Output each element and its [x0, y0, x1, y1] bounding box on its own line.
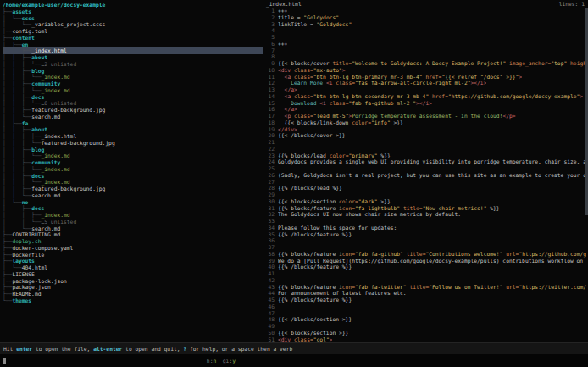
- tree-branch-lines: │ │ │ └──: [3, 166, 42, 172]
- code-line: 27: [263, 179, 588, 186]
- tree-item-label: _index.md: [42, 74, 70, 80]
- code-text: +++: [278, 8, 287, 14]
- tree-item[interactable]: ├──CONTRIBUTING.md: [3, 231, 263, 238]
- tree-item-label: fa: [22, 120, 29, 126]
- tree-item[interactable]: │ │ ├──community: [3, 81, 263, 87]
- tree-item[interactable]: │ └──no: [3, 199, 263, 206]
- input-line[interactable]: h:n gi:y: [0, 354, 588, 367]
- tree-item[interactable]: │ │ ├──docs: [3, 94, 263, 101]
- tree-item[interactable]: │ │ │ └──_index.md: [3, 74, 263, 81]
- tree-branch-lines: ├──: [3, 8, 12, 14]
- tree-item[interactable]: │ │ ├──featured-background.jpg: [3, 186, 263, 192]
- tree-item[interactable]: └──themes: [3, 297, 263, 304]
- tree-item[interactable]: │ ├──docs: [3, 205, 263, 212]
- tree-item[interactable]: │ │ │ └──featured-background.jpg: [3, 140, 263, 147]
- tree-item[interactable]: │ │ ├──about: [3, 126, 263, 133]
- tree-item[interactable]: ├──package-lock.json: [3, 278, 263, 285]
- line-number: 6: [263, 41, 275, 47]
- line-number: 22: [263, 146, 275, 153]
- line-number: 42: [263, 277, 275, 284]
- tree-item[interactable]: │ │ │ └──_index.md: [3, 166, 263, 173]
- code-text: </div>: [278, 126, 297, 133]
- tree-item[interactable]: ├──deploy.sh: [3, 238, 263, 245]
- code-text: +++: [278, 41, 287, 47]
- tree-item[interactable]: │ │ │ └──_index.md: [3, 179, 263, 186]
- tree-item[interactable]: │ │ │ └──…8 unlisted: [3, 100, 263, 107]
- code-line: 40{{% /blocks/feature %}}: [263, 264, 588, 270]
- tree-item[interactable]: │ │ ├──about: [3, 54, 263, 61]
- line-number: 7: [263, 47, 275, 54]
- tree-item[interactable]: │ │ └──…5 unlisted: [3, 219, 263, 225]
- tree-item-label: search.md: [31, 114, 60, 120]
- tree-item[interactable]: ├──LICENSE: [3, 271, 263, 278]
- tree-item-selected[interactable]: │ │ ├──_index.html: [3, 47, 263, 54]
- tree-branch-lines: │ └──: [3, 15, 22, 21]
- tree-item[interactable]: │ │ ├──_index.md: [3, 212, 263, 219]
- tree-item[interactable]: │ │ ├──blog: [3, 68, 263, 75]
- tree-item[interactable]: ├──content: [3, 35, 263, 42]
- tree-item-label: Dockerfile: [12, 252, 44, 258]
- tree-item[interactable]: │ │ │ └──…2 unlisted: [3, 61, 263, 68]
- line-number: 50: [263, 330, 275, 336]
- tree-item-label: 404.html: [22, 264, 47, 270]
- tree-branch-lines: │ │ ├──: [3, 212, 42, 218]
- tree-item[interactable]: │ └──_variables_project.scss: [3, 21, 263, 28]
- tree-item-label: blog: [31, 68, 44, 74]
- preview-line-count: lines: 1: [559, 1, 585, 8]
- tree-item[interactable]: ├──README.md: [3, 291, 263, 297]
- code-line: 6+++: [263, 41, 588, 47]
- line-number: 15: [263, 100, 275, 107]
- tree-item[interactable]: │ │ │ ├──_index.html: [3, 133, 263, 140]
- tree-item[interactable]: ├──Dockerfile: [3, 252, 263, 259]
- tree-item[interactable]: ├──package.json: [3, 284, 263, 291]
- code-text: {{< blocks/section color="dark" >}}: [278, 198, 391, 205]
- tree-item[interactable]: │ │ │ └──_index.md: [3, 153, 263, 159]
- code-line: 21: [263, 139, 588, 146]
- tree-item-label: assets: [12, 8, 31, 14]
- line-number: 36: [263, 237, 275, 244]
- line-number: 3: [263, 21, 275, 28]
- tree-item[interactable]: │ └──search.md: [3, 225, 263, 232]
- line-number: 1: [263, 8, 275, 14]
- tree-item[interactable]: ├──layouts: [3, 258, 263, 264]
- tree-item-label: featured-background.jpg: [31, 107, 105, 113]
- tree-item[interactable]: │ └──404.html: [3, 264, 263, 271]
- tree-item[interactable]: ├──config.toml: [3, 28, 263, 35]
- tree-item[interactable]: │ │ └──search.md: [3, 114, 263, 120]
- tree-item[interactable]: │ │ ├──community: [3, 159, 263, 166]
- code-text: {{% blocks/feature icon="fa-lightbulb" t…: [278, 205, 500, 212]
- tree-item-label: _variables_project.scss: [31, 21, 105, 27]
- root-path[interactable]: /home/example-user/docsy-example: [3, 2, 263, 8]
- tree-branch-lines: │ │ └──: [3, 219, 42, 225]
- line-number: 17: [263, 113, 275, 120]
- tree-branch-lines: │ │ ├──: [3, 94, 31, 100]
- line-number: 23: [263, 153, 275, 159]
- code-line: 37: [263, 244, 588, 251]
- tree-item[interactable]: │ ├──fa: [3, 120, 263, 127]
- input-cursor[interactable]: [3, 358, 6, 364]
- line-number: 25: [263, 165, 275, 172]
- tree-item[interactable]: │ │ ├──blog: [3, 147, 263, 153]
- code-line: 3linkTitle = "Goldydocs": [263, 21, 588, 28]
- tree-item[interactable]: ├──assets: [3, 8, 263, 15]
- search-input[interactable]: h:n gi:y: [0, 358, 263, 364]
- line-number: 11: [263, 74, 275, 81]
- line-number: 45: [263, 297, 275, 303]
- tree-item[interactable]: │ │ └──search.md: [3, 192, 263, 199]
- tree-item[interactable]: │ │ ├──docs: [3, 173, 263, 180]
- tree-item[interactable]: │ └──scss: [3, 15, 263, 22]
- tree-item-label: …5 unlisted: [42, 219, 77, 225]
- code-text: {{% blocks/feature icon="fab fa-github" …: [278, 251, 586, 258]
- tree-branch-lines: │ │ ├──: [3, 147, 31, 153]
- line-number: 38: [263, 251, 275, 258]
- code-line: 29: [263, 192, 588, 198]
- tree-item[interactable]: │ │ │ └──_index.md: [3, 87, 263, 94]
- tree-item[interactable]: │ ├──en: [3, 42, 263, 48]
- code-line: 26(Sadly, Goldydocs isn't a real project…: [263, 172, 588, 179]
- tree-item[interactable]: ├──docker-compose.yaml: [3, 245, 263, 252]
- tree-branch-lines: │ └──: [3, 225, 31, 231]
- code-text: <p class="lead mt-5">Porridge temperatur…: [278, 113, 516, 120]
- tree-branch-lines: │ ├──: [3, 42, 22, 47]
- tree-item[interactable]: │ │ ├──featured-background.jpg: [3, 107, 263, 114]
- tree-item-label: about: [31, 54, 47, 60]
